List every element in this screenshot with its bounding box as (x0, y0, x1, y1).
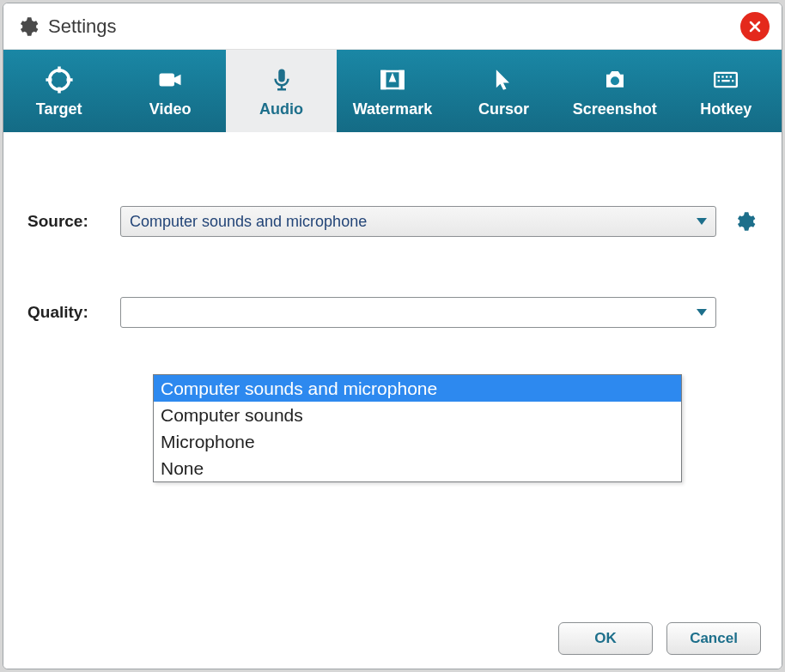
tab-label: Watermark (353, 100, 432, 118)
source-dropdown[interactable]: Computer sounds and microphone (120, 206, 716, 237)
svg-point-2 (49, 70, 69, 89)
tab-label: Video (149, 100, 192, 118)
tab-hotkey[interactable]: Hotkey (671, 50, 782, 132)
svg-rect-12 (381, 71, 385, 88)
quality-label: Quality: (27, 303, 105, 322)
tab-video[interactable]: Video (114, 50, 225, 132)
ok-button[interactable]: OK (558, 622, 653, 655)
close-button[interactable] (740, 12, 770, 41)
tab-cursor[interactable]: Cursor (448, 50, 559, 132)
source-option[interactable]: Computer sounds and microphone (154, 375, 681, 402)
svg-rect-17 (722, 76, 724, 77)
quality-row: Quality: (27, 297, 758, 328)
tab-label: Screenshot (573, 100, 657, 118)
window-title: Settings (48, 15, 117, 38)
svg-rect-20 (718, 80, 720, 82)
svg-rect-8 (278, 69, 285, 82)
footer: OK Cancel (3, 608, 782, 669)
titlebar: Settings (3, 3, 782, 50)
svg-rect-22 (732, 80, 733, 82)
source-label: Source: (27, 212, 105, 231)
chevron-down-icon (697, 309, 707, 316)
settings-window: Settings Target Video Audio (3, 3, 782, 669)
source-option[interactable]: None (154, 455, 681, 481)
microphone-icon (265, 64, 299, 95)
svg-rect-13 (400, 71, 404, 88)
tab-label: Cursor (478, 100, 529, 118)
source-option[interactable]: Microphone (154, 428, 681, 455)
tab-watermark[interactable]: Watermark (337, 50, 447, 132)
quality-dropdown[interactable] (120, 297, 716, 328)
content-panel: Source: Computer sounds and microphone Q… (3, 132, 782, 608)
tab-audio[interactable]: Audio (226, 50, 337, 132)
camera-icon (598, 64, 632, 95)
tab-bar: Target Video Audio Watermark Cursor (3, 50, 782, 132)
source-value: Computer sounds and microphone (130, 213, 367, 231)
source-settings-button[interactable] (732, 209, 758, 234)
cancel-button[interactable]: Cancel (666, 622, 761, 655)
tab-screenshot[interactable]: Screenshot (559, 50, 670, 132)
source-option[interactable]: Computer sounds (154, 402, 681, 428)
keyboard-icon (709, 64, 743, 95)
cursor-icon (486, 64, 520, 95)
target-icon (42, 64, 76, 95)
tab-label: Target (36, 100, 82, 118)
svg-rect-18 (726, 76, 727, 77)
watermark-icon (375, 64, 410, 95)
source-dropdown-list: Computer sounds and microphone Computer … (153, 374, 682, 482)
video-icon (153, 64, 187, 95)
svg-point-14 (611, 76, 619, 85)
source-row: Source: Computer sounds and microphone (27, 206, 758, 237)
tab-label: Audio (259, 100, 303, 118)
svg-rect-19 (730, 76, 732, 77)
svg-rect-7 (160, 73, 175, 86)
tab-label: Hotkey (700, 100, 752, 118)
chevron-down-icon (697, 218, 707, 225)
gear-icon (15, 15, 40, 39)
tab-target[interactable]: Target (3, 50, 114, 132)
svg-rect-21 (722, 80, 730, 82)
svg-rect-16 (718, 76, 720, 77)
